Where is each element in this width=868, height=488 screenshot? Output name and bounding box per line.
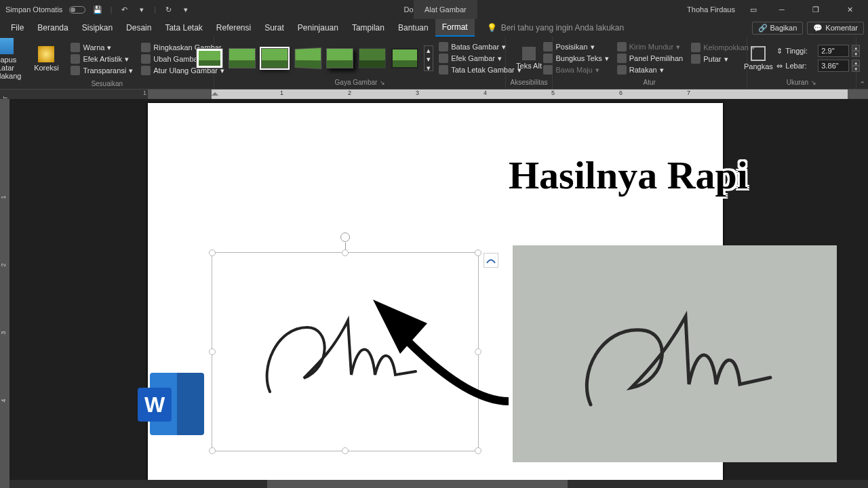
alt-text-button[interactable]: Teks Alt (513, 47, 545, 70)
height-spinner[interactable]: ⇕ Tinggi: 2.9" ▲▼ (776, 45, 860, 57)
tab-references[interactable]: Referensi (210, 19, 258, 37)
undo-icon[interactable]: ↶ (119, 4, 130, 15)
tab-format[interactable]: Format (435, 19, 475, 37)
selection-pane-button[interactable]: Panel Pemilihan (614, 53, 686, 64)
user-name[interactable]: Thoha Firdaus (687, 5, 735, 14)
customize-qat-icon[interactable]: ▾ (180, 4, 191, 15)
resize-handle-se[interactable] (475, 447, 481, 454)
artistic-effects-button[interactable]: Efek Artistik▾ (68, 54, 136, 64)
autosave-toggle[interactable] (69, 6, 85, 14)
comments-button[interactable]: 💬Komentar (807, 22, 864, 35)
ruler-mark: 5 (551, 89, 555, 96)
change-pic-label: Ubah Gambar (153, 55, 200, 63)
artistic-icon (71, 54, 80, 64)
bulb-icon: 💡 (487, 23, 497, 33)
layout-options-button[interactable] (484, 253, 498, 268)
corrections-icon (38, 46, 54, 62)
group-cmd-label: Kelompokkan (703, 43, 749, 52)
repeat-icon[interactable]: ↻ (163, 4, 174, 15)
tab-design[interactable]: Desain (119, 19, 158, 37)
style-gallery[interactable]: ▴▾▾ (196, 45, 433, 71)
crop-button[interactable]: Pangkas (743, 46, 774, 70)
chevron-down-icon: ▾ (591, 43, 595, 52)
chevron-down-icon: ▾ (125, 55, 129, 64)
tab-view[interactable]: Tampilan (345, 19, 391, 37)
tab-review[interactable]: Peninjauan (291, 19, 345, 37)
chevron-down-icon: ▾ (595, 66, 599, 75)
dialog-launcher-icon[interactable]: ↘ (811, 79, 816, 86)
color-icon (71, 43, 80, 52)
wrap-icon (543, 54, 553, 63)
horizontal-scrollbar[interactable] (9, 480, 868, 488)
resize-handle-n[interactable] (342, 249, 349, 256)
align-label: Ratakan (629, 66, 657, 74)
ruler-mark: 6 (619, 89, 623, 96)
tab-home[interactable]: Beranda (31, 19, 75, 37)
resize-handle-nw[interactable] (209, 249, 216, 256)
bring-forward-button[interactable]: Bawa Maju▾ (540, 64, 611, 75)
resize-handle-s[interactable] (342, 447, 349, 454)
group-picture-styles: ▴▾▾ Batas Gambar▾ Efek Gambar▾ Tata Leta… (214, 37, 506, 89)
resize-handle-w[interactable] (209, 348, 216, 355)
align-icon (617, 65, 627, 75)
style-thumb-1[interactable] (196, 48, 223, 68)
style-thumb-3[interactable] (261, 48, 288, 68)
share-button[interactable]: 🔗Bagikan (752, 22, 804, 35)
resize-handle-ne[interactable] (475, 249, 481, 256)
wrap-text-button[interactable]: Bungkus Teks▾ (540, 53, 611, 64)
tab-insert[interactable]: Sisipkan (75, 19, 119, 37)
style-thumb-2[interactable] (229, 48, 256, 68)
vertical-ruler[interactable]: 1 2 3 4 (0, 99, 9, 488)
save-icon[interactable]: 💾 (92, 4, 103, 15)
style-thumb-7[interactable] (391, 48, 418, 68)
horizontal-ruler[interactable]: ⌙ 1 1 2 3 4 5 6 7 (0, 89, 868, 99)
ruler-mark: 1 (280, 89, 283, 96)
chevron-down-icon: ▾ (724, 55, 728, 64)
ruler-mark: 1 (143, 89, 146, 96)
style-thumb-6[interactable] (359, 48, 386, 68)
maximize-button[interactable]: ❐ (800, 0, 831, 19)
close-button[interactable]: ✕ (834, 0, 865, 19)
transparency-button[interactable]: Transparansi▾ (68, 65, 136, 76)
effects-label: Efek Gambar (451, 54, 495, 62)
position-button[interactable]: Posisikan▾ (540, 41, 611, 52)
rotate-label: Putar (703, 55, 721, 63)
bring-fwd-label: Kirim Mundur (629, 43, 673, 51)
style-thumb-4[interactable] (295, 47, 322, 69)
width-value[interactable]: 3.86" (818, 60, 849, 72)
minimize-button[interactable]: ─ (766, 0, 797, 19)
tell-me-search[interactable]: 💡 Beri tahu yang ingin Anda lakukan (487, 23, 624, 33)
width-spinner[interactable]: ⇔ Lebar: 3.86" ▲▼ (776, 60, 860, 72)
align-button[interactable]: Ratakan▾ (614, 64, 686, 75)
scroll-thumb[interactable] (267, 480, 568, 488)
rotation-handle-icon[interactable] (340, 232, 350, 242)
selpane-label: Panel Pemilihan (629, 54, 684, 62)
corrections-label: Koreksi (34, 64, 59, 72)
group-arrange: Posisikan▾ Bungkus Teks▾ Bawa Maju▾ Kiri… (553, 37, 747, 89)
tab-layout[interactable]: Tata Letak (158, 19, 209, 37)
tab-file[interactable]: File (4, 19, 31, 37)
style-thumb-5[interactable] (326, 48, 353, 68)
dialog-launcher-icon[interactable]: ↘ (380, 79, 385, 86)
redo-icon[interactable]: ▾ (136, 4, 147, 15)
qat-sep: | (110, 5, 112, 14)
tab-mailings[interactable]: Surat (258, 19, 291, 37)
corrections-button[interactable]: Koreksi (27, 46, 65, 72)
ruler-mark: 2 (0, 263, 7, 266)
reset-pic-icon (141, 66, 151, 75)
color-button[interactable]: Warna▾ (68, 42, 136, 53)
chevron-down-icon: ▾ (605, 54, 609, 63)
remove-background-button[interactable]: Hapus Latar Belakang (0, 38, 24, 80)
share-label: Bagikan (770, 24, 797, 32)
height-label: Tinggi: (785, 47, 815, 55)
indent-marker-icon[interactable] (212, 89, 218, 96)
gallery-more-button[interactable]: ▴▾▾ (424, 45, 433, 71)
resize-handle-sw[interactable] (209, 447, 216, 454)
ruler-mark: 4 (0, 399, 7, 402)
height-value[interactable]: 2.9" (818, 45, 849, 57)
collapse-ribbon-button[interactable]: ⌃ (856, 37, 868, 89)
chevron-down-icon: ▾ (129, 66, 133, 75)
send-backward-button[interactable]: Kirim Mundur▾ (614, 41, 686, 52)
tab-help[interactable]: Bantuan (391, 19, 435, 37)
ribbon-display-icon[interactable]: ▭ (743, 4, 764, 15)
